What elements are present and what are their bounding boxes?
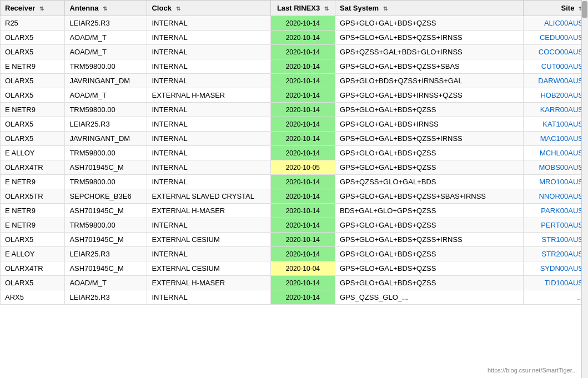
cell-antenna: TRM59800.00 [65, 146, 147, 160]
col-header-satsystem[interactable]: Sat System ⇅ [335, 1, 524, 16]
cell-antenna: AOAD/M_T [65, 276, 147, 290]
cell-clock: EXTERNAL H-MASER [147, 88, 270, 103]
cell-antenna: LEIAR25.R3 [65, 247, 147, 261]
cell-receiver: OLARX4TR [1, 160, 65, 175]
cell-site[interactable]: DARW00AUS [523, 74, 587, 88]
cell-rinex: 2020-10-14 [270, 218, 335, 233]
cell-antenna: TRM59800.00 [65, 103, 147, 117]
table-row: ARX5LEIAR25.R3INTERNAL2020-10-14GPS_QZSS… [1, 290, 588, 305]
table-row: OLARX5TRSEPCHOKE_B3E6EXTERNAL SLAVED CRY… [1, 189, 588, 204]
watermark: https://blog.csur.net/SmartTiger... [488, 367, 577, 374]
cell-clock: INTERNAL [147, 218, 270, 233]
cell-receiver: E ALLOY [1, 247, 65, 261]
cell-rinex: 2020-10-14 [270, 31, 335, 45]
col-header-clock[interactable]: Clock ⇅ [147, 1, 270, 16]
cell-satsystem: GPS+GLO+GAL+BDS+QZSS+IRNSS [335, 132, 524, 146]
cell-satsystem: GPS+GLO+GAL+BDS+QZSS+SBAS+IRNSS [335, 189, 524, 204]
scrollbar-thumb[interactable] [582, 1, 587, 18]
cell-rinex: 2020-10-14 [270, 175, 335, 189]
cell-site[interactable]: NNOR00AUS [523, 189, 587, 204]
col-header-receiver[interactable]: Receiver ⇅ [1, 1, 65, 16]
sort-icon-clock: ⇅ [176, 6, 180, 12]
cell-antenna: TRM59800.00 [65, 218, 147, 233]
table-row: OLARX5AOAD/M_TINTERNAL2020-10-14GPS+QZSS… [1, 45, 588, 59]
col-header-antenna[interactable]: Antenna ⇅ [65, 1, 147, 16]
cell-clock: EXTERNAL CESIUM [147, 261, 270, 276]
cell-receiver: OLARX5 [1, 233, 65, 247]
cell-antenna: TRM59800.00 [65, 59, 147, 74]
cell-rinex: 2020-10-14 [270, 59, 335, 74]
cell-antenna: JAVRINGANT_DM [65, 132, 147, 146]
table-row: E NETR9ASH701945C_MEXTERNAL H-MASER2020-… [1, 204, 588, 218]
cell-satsystem: GPS+GLO+GAL+BDS+QZSS [335, 160, 524, 175]
cell-site[interactable]: COCO00AUS [523, 45, 587, 59]
cell-clock: EXTERNAL CESIUM [147, 233, 270, 247]
cell-satsystem: GPS+GLO+GAL+BDS+QZSS [335, 247, 524, 261]
cell-antenna: AOAD/M_T [65, 31, 147, 45]
col-header-rinex[interactable]: Last RINEX3 ⇅ [270, 1, 335, 16]
cell-site[interactable]: PERT00AUS [523, 218, 587, 233]
sort-icon-receiver: ⇅ [39, 6, 44, 12]
cell-site[interactable]: MAC100AUS [523, 132, 587, 146]
sort-icon-antenna: ⇅ [103, 6, 107, 12]
table-row: E NETR9TRM59800.00INTERNAL2020-10-14GPS+… [1, 59, 588, 74]
cell-site[interactable]: HOB200AUS [523, 88, 587, 103]
cell-site[interactable]: STR100AUS [523, 233, 587, 247]
table-row: OLARX4TRASH701945C_MEXTERNAL CESIUM2020-… [1, 261, 588, 276]
cell-antenna: ASH701945C_M [65, 160, 147, 175]
cell-clock: EXTERNAL H-MASER [147, 276, 270, 290]
cell-site[interactable]: ... [523, 290, 587, 305]
cell-satsystem: GPS+GLO+GAL+BDS+QZSS+IRNSS [335, 233, 524, 247]
table-row: R25LEIAR25.R3INTERNAL2020-10-14GPS+GLO+G… [1, 16, 588, 31]
table-row: E NETR9TRM59800.00INTERNAL2020-10-14GPS+… [1, 218, 588, 233]
col-header-site[interactable]: Site ⇅ [523, 1, 587, 16]
cell-rinex: 2020-10-14 [270, 247, 335, 261]
cell-site[interactable]: MRO100AUS [523, 175, 587, 189]
table-row: E ALLOYTRM59800.00INTERNAL2020-10-14GPS+… [1, 146, 588, 160]
cell-receiver: OLARX5 [1, 132, 65, 146]
cell-receiver: OLARX5 [1, 45, 65, 59]
cell-site[interactable]: KAT100AUS [523, 117, 587, 132]
cell-site[interactable]: ALIC00AUS [523, 16, 587, 31]
cell-rinex: 2020-10-14 [270, 74, 335, 88]
cell-receiver: R25 [1, 16, 65, 31]
cell-receiver: E NETR9 [1, 59, 65, 74]
cell-satsystem: GPS+GLO+GAL+BDS+QZSS [335, 16, 524, 31]
cell-receiver: OLARX5 [1, 117, 65, 132]
cell-rinex: 2020-10-14 [270, 146, 335, 160]
scrollbar[interactable] [581, 0, 588, 378]
cell-site[interactable]: KARR00AUS [523, 103, 587, 117]
table-row: OLARX4TRASH701945C_MINTERNAL2020-10-05GP… [1, 160, 588, 175]
table-row: E ALLOYLEIAR25.R3INTERNAL2020-10-14GPS+G… [1, 247, 588, 261]
cell-antenna: ASH701945C_M [65, 261, 147, 276]
cell-clock: INTERNAL [147, 175, 270, 189]
cell-antenna: JAVRINGANT_DM [65, 74, 147, 88]
cell-clock: INTERNAL [147, 45, 270, 59]
cell-rinex: 2020-10-14 [270, 189, 335, 204]
cell-satsystem: GPS+GLO+GAL+BDS+QZSS [335, 146, 524, 160]
table-row: OLARX5JAVRINGANT_DMINTERNAL2020-10-14GPS… [1, 132, 588, 146]
cell-site[interactable]: TID100AUS [523, 276, 587, 290]
cell-site[interactable]: PARK00AUS [523, 204, 587, 218]
sort-icon-satsystem: ⇅ [383, 6, 388, 12]
cell-clock: INTERNAL [147, 247, 270, 261]
cell-rinex: 2020-10-05 [270, 160, 335, 175]
cell-site[interactable]: MCHL00AUS [523, 146, 587, 160]
cell-receiver: OLARX4TR [1, 261, 65, 276]
cell-clock: INTERNAL [147, 16, 270, 31]
main-table-container: Receiver ⇅ Antenna ⇅ Clock ⇅ Last RINEX3… [0, 0, 588, 378]
cell-antenna: AOAD/M_T [65, 88, 147, 103]
table-row: OLARX5AOAD/M_TEXTERNAL H-MASER2020-10-14… [1, 276, 588, 290]
cell-site[interactable]: CUT000AUS [523, 59, 587, 74]
cell-site[interactable]: CEDU00AUS [523, 31, 587, 45]
cell-rinex: 2020-10-14 [270, 103, 335, 117]
cell-site[interactable]: SYDN00AUS [523, 261, 587, 276]
cell-site[interactable]: MOBS00AUS [523, 160, 587, 175]
table-row: E NETR9TRM59800.00INTERNAL2020-10-14GPS+… [1, 103, 588, 117]
cell-clock: INTERNAL [147, 290, 270, 305]
cell-clock: INTERNAL [147, 103, 270, 117]
cell-satsystem: GPS+QZSS+GLO+GAL+BDS [335, 175, 524, 189]
cell-site[interactable]: STR200AUS [523, 247, 587, 261]
table-row: OLARX5AOAD/M_TINTERNAL2020-10-14GPS+GLO+… [1, 31, 588, 45]
cell-receiver: E ALLOY [1, 146, 65, 160]
